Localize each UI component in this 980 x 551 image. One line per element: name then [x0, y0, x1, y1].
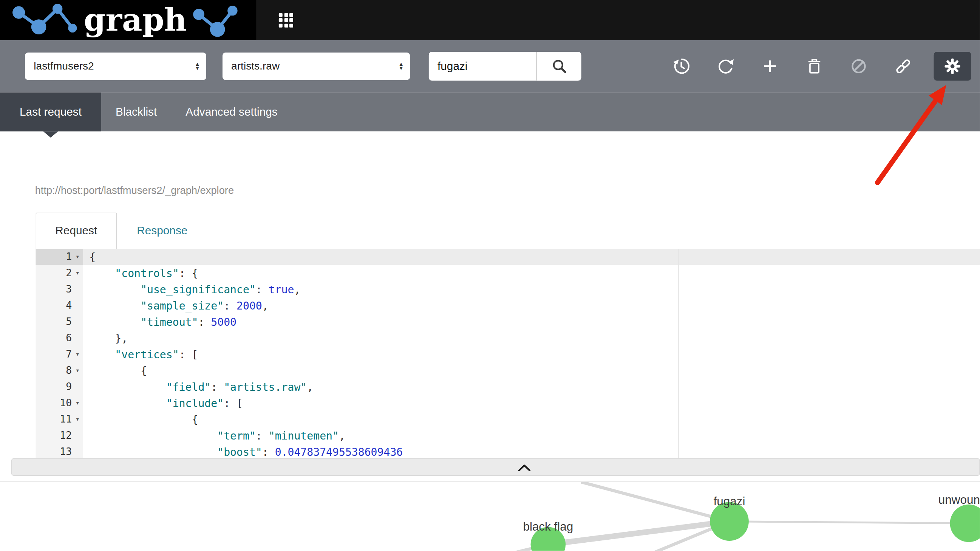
graph-edge — [400, 545, 548, 551]
tab-label: Last request — [20, 105, 82, 119]
top-bar: graph — [0, 0, 980, 40]
gutter-row[interactable]: 2▾ — [35, 265, 83, 281]
index-pattern-value: lastfmusers2 — [33, 60, 94, 73]
fold-caret-icon[interactable]: ▾ — [72, 395, 83, 412]
tab-label: Request — [55, 225, 97, 238]
code-line[interactable]: }, — [83, 330, 980, 346]
code-line[interactable]: "vertices": [ — [83, 346, 980, 362]
fold-caret-icon[interactable]: ▾ — [72, 265, 83, 281]
block-button[interactable] — [845, 53, 873, 80]
graph-node[interactable] — [710, 502, 749, 541]
gutter-row[interactable]: 4 — [35, 298, 83, 314]
history-icon — [672, 57, 690, 75]
gutter-row[interactable]: 12 — [35, 428, 83, 444]
graph-node[interactable] — [950, 505, 980, 542]
tab-blacklist[interactable]: Blacklist — [101, 92, 171, 132]
tab-label: Blacklist — [116, 105, 157, 119]
search-icon — [551, 58, 567, 75]
gutter-row[interactable]: 7▾ — [35, 346, 83, 362]
settings-button[interactable] — [934, 52, 971, 81]
field-select-value: artists.raw — [231, 60, 280, 73]
tab-label: Response — [137, 224, 188, 237]
code-line[interactable]: { — [83, 412, 980, 428]
logo-text: graph — [84, 2, 187, 38]
gutter-row[interactable]: 13 — [35, 444, 83, 459]
gutter-row[interactable]: 10▾ — [35, 395, 83, 412]
chevron-up-icon — [518, 465, 530, 471]
code-line[interactable]: "use_significance": true, — [83, 281, 980, 298]
code-line[interactable]: { — [83, 362, 980, 379]
code-line[interactable]: "timeout": 5000 — [83, 314, 980, 330]
active-tab-notch — [43, 131, 58, 138]
redo-button[interactable] — [712, 53, 739, 80]
search-box — [429, 52, 581, 81]
code-line[interactable]: "term": "minutemen", — [83, 428, 980, 444]
gutter-row[interactable]: 3 — [35, 281, 83, 298]
gutter-row[interactable]: 1▾ — [35, 248, 83, 265]
tab-label: Advanced settings — [186, 105, 277, 119]
toolbar: lastfmusers2 ▲▼ artists.raw ▲▼ — [0, 40, 980, 92]
tab-request[interactable]: Request — [35, 212, 117, 248]
graph-workspace[interactable]: black flagfugaziunwound — [0, 481, 980, 551]
index-pattern-select[interactable]: lastfmusers2 ▲▼ — [25, 53, 206, 80]
code-line[interactable]: "boost": 0.047837495538609436 — [83, 444, 980, 459]
field-select[interactable]: artists.raw ▲▼ — [223, 53, 410, 80]
request-url: http://host:port/lastfmusers2/_graph/exp… — [35, 185, 234, 196]
graph-node-label: fugazi — [714, 495, 745, 508]
link-button[interactable] — [889, 53, 917, 80]
add-button[interactable] — [756, 53, 784, 80]
apps-grid-icon[interactable] — [279, 13, 293, 27]
print-margin-line — [678, 248, 679, 458]
fold-caret-icon[interactable]: ▾ — [72, 362, 83, 379]
graph-app: graph lastfmusers2 ▲▼ artists.raw ▲▼ — [0, 0, 980, 551]
code-gutter: 1▾2▾34567▾8▾910▾11▾1213 — [35, 248, 83, 458]
code-area[interactable]: { "controls": { "use_significance": true… — [83, 248, 980, 458]
plus-icon — [762, 58, 778, 75]
code-line[interactable]: "sample_size": 2000, — [83, 298, 980, 314]
gutter-row[interactable]: 9 — [35, 379, 83, 395]
code-line[interactable]: "include": [ — [83, 395, 980, 412]
graph-node-label: unwound — [939, 493, 980, 506]
select-stepper-icon: ▲▼ — [194, 62, 200, 71]
json-editor[interactable]: 1▾2▾34567▾8▾910▾11▾1213 { "controls": { … — [35, 248, 980, 458]
trash-icon — [806, 57, 822, 75]
graph-edge — [730, 522, 963, 524]
graph-logo-image: graph — [8, 2, 246, 38]
code-line[interactable]: "controls": { — [83, 265, 980, 281]
graph-edge — [581, 482, 729, 521]
graph-logo[interactable]: graph — [0, 0, 256, 40]
code-line[interactable]: { — [83, 248, 980, 265]
tab-advanced-settings[interactable]: Advanced settings — [171, 92, 292, 132]
tab-last-request[interactable]: Last request — [0, 92, 101, 132]
nav-tabbar: Last request Blacklist Advanced settings — [0, 92, 980, 132]
graph-node-label: black flag — [523, 521, 573, 533]
gutter-row[interactable]: 6 — [35, 330, 83, 346]
redo-icon — [717, 57, 734, 75]
ban-icon — [850, 57, 867, 75]
gutter-row[interactable]: 8▾ — [35, 362, 83, 379]
search-input[interactable] — [429, 52, 536, 81]
tab-response[interactable]: Response — [137, 212, 188, 248]
fold-caret-icon[interactable]: ▾ — [72, 248, 83, 265]
collapse-panel-bar[interactable] — [11, 459, 980, 476]
request-response-tabs: Request Response — [35, 212, 188, 248]
gutter-row[interactable]: 11▾ — [35, 412, 83, 428]
gear-icon — [943, 57, 962, 76]
graph-visualization: black flagfugaziunwound — [0, 482, 980, 551]
gutter-row[interactable]: 5 — [35, 314, 83, 330]
fold-caret-icon[interactable]: ▾ — [72, 346, 83, 362]
link-icon — [894, 57, 913, 75]
select-stepper-icon: ▲▼ — [399, 62, 404, 71]
code-line[interactable]: "field": "artists.raw", — [83, 379, 980, 395]
history-undo-button[interactable] — [668, 53, 695, 80]
search-button[interactable] — [536, 52, 581, 81]
toolbar-actions — [668, 40, 971, 92]
fold-caret-icon[interactable]: ▾ — [72, 412, 83, 428]
delete-button[interactable] — [800, 53, 828, 80]
